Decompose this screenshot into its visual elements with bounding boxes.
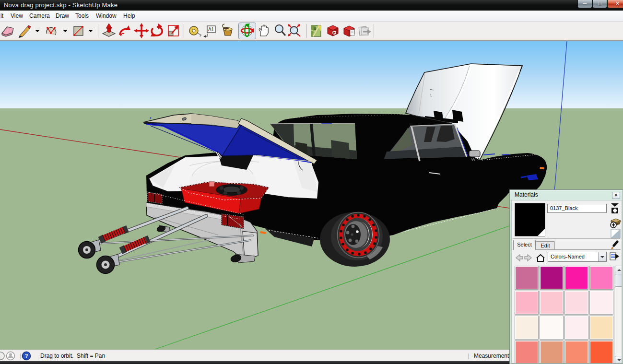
svg-text:?: ?	[25, 353, 28, 359]
svg-text:A1: A1	[208, 27, 214, 32]
